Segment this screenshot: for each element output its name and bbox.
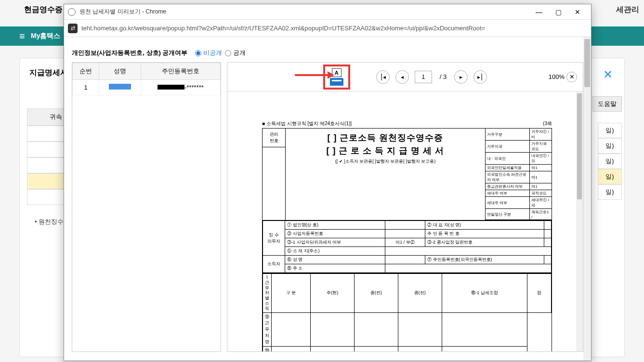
doc-scrollbar[interactable] <box>576 91 583 351</box>
my-hometax-menu[interactable]: My홈택스 <box>19 31 60 42</box>
document-viewport[interactable]: ■ 소득세법 시행규칙 [별지 제24호서식(1)] (3쪽 관리 번호 [ ]… <box>227 91 583 351</box>
detail-cell <box>272 346 311 351</box>
minimize-button[interactable]: ― <box>529 5 549 19</box>
doc-title-1: [ ] 근로소득 원천징수영수증 <box>288 131 483 144</box>
detail-cell <box>398 346 442 351</box>
cell: ③-1 사업자단위과세자 여부 <box>285 238 385 247</box>
bg-right-cell: 일) <box>598 169 622 184</box>
doc-title-2: [ ] 근 로 소 득 지 급 명 세 서 <box>288 144 483 157</box>
preview-toolbar: A ⎮◂ ◂ / 3 ▸ ▸⎮ 100% ✕ <box>227 63 583 91</box>
help-button[interactable]: 도움말 <box>592 96 622 112</box>
meta-val: 거주자① / 비 <box>530 129 552 141</box>
doc-meta-box: 거주구분거주자① / 비거주지국거주지국코드내 · 외국인내국인① / 외외국인… <box>485 129 552 220</box>
bg-right-cell: 일) <box>598 138 622 154</box>
page-total: / 3 <box>438 73 448 80</box>
radio-private[interactable]: 비공개 <box>195 49 222 57</box>
radio-public[interactable]: 공개 <box>225 49 246 57</box>
cell <box>385 247 551 256</box>
first-page-button[interactable]: ⎮◂ <box>376 70 390 84</box>
col-seq: 순번 <box>73 63 99 80</box>
bg-right-cell: 일) <box>598 154 622 169</box>
annotation-arrow <box>295 74 329 76</box>
cell <box>544 230 552 238</box>
meta-val: 국적코드 <box>530 190 552 197</box>
cell <box>544 256 552 264</box>
cell: ⑦ 주민등록번호(외국인등록번호) <box>425 256 544 264</box>
cell-seq: 1 <box>73 80 99 95</box>
meta-val: 내국인① / 외 <box>530 153 552 165</box>
meta-key: 세대주 여부 <box>486 197 530 209</box>
meta-val: 거주지국코드 <box>530 141 552 153</box>
window-title: 원천 납세자별 미리보기 - Chrome <box>79 8 529 16</box>
cell: ① 법인명(상 호) <box>285 221 385 230</box>
col-head: 구 분 <box>272 274 311 313</box>
close-icon[interactable]: ✕ <box>603 68 613 81</box>
detail-cell <box>311 346 355 351</box>
meta-key: 종교관련종사자 여부 <box>486 183 530 190</box>
disclosure-row: 개인정보(사업자등록번호, 상호) 공개여부 비공개 공개 <box>64 37 591 62</box>
meta-key: 외국법인소속 파견근로자 여부 <box>486 171 530 183</box>
document-page: ■ 소득세법 시행규칙 [별지 제24호서식(1)] (3쪽 관리 번호 [ ]… <box>262 120 552 351</box>
page-number-input[interactable] <box>415 71 432 83</box>
meta-val: 여1 <box>530 171 552 183</box>
document-preview-panel: A ⎮◂ ◂ / 3 ▸ ▸⎮ 100% ✕ <box>227 62 583 352</box>
col-head: 종(전) <box>355 274 398 313</box>
window-title-bar: 원천 납세자별 미리보기 - Chrome ― ▢ ✕ <box>64 4 591 20</box>
url-bar: ⇄ teht.hometax.go.kr/websquare/popup.htm… <box>64 20 591 37</box>
next-page-button[interactable]: ▸ <box>454 70 468 84</box>
meta-val: 여1 <box>530 165 552 171</box>
detail-cell: ⑨ 근 무 처 명 <box>263 312 272 346</box>
meta-key: 거주지국 <box>486 141 530 153</box>
window-close-button[interactable]: ✕ <box>568 5 587 19</box>
cell: ② 대 표 자(성 명) <box>425 221 544 230</box>
withholder-label: 징 수 의무자 <box>263 221 285 256</box>
cell <box>544 221 552 230</box>
maximize-button[interactable]: ▢ <box>549 5 568 19</box>
col-rrn: 주민등록번호 <box>141 63 220 80</box>
col-head: 종(전) <box>398 274 442 313</box>
col-head: 주(현) <box>311 274 355 313</box>
url-text[interactable]: teht.hometax.go.kr/websquare/popup.html?… <box>81 25 587 32</box>
meta-val: 여1 <box>530 183 552 190</box>
hamburger-icon <box>19 31 27 42</box>
bg-right-cell: 일) <box>598 123 622 138</box>
form-ref: ■ 소득세법 시행규칙 [별지 제24호서식(1)] <box>262 120 352 127</box>
taxpayer-row[interactable]: 1 -******* <box>73 80 221 95</box>
cell <box>385 230 425 238</box>
meta-key: 내 · 외국인 <box>486 153 530 165</box>
cell-name <box>99 80 141 95</box>
bg-bullet-note: • 원천징수 <box>35 218 64 226</box>
cell <box>385 264 551 273</box>
doc-subtitle: ([ ✔ ]소득자 보관용[ ]발행자 보관용[ ]발행자 보고용) <box>288 158 483 165</box>
col-head: ⑯-1 납세조합 <box>442 274 527 313</box>
cell <box>385 256 425 264</box>
popup-scrollbar[interactable] <box>583 37 591 361</box>
cell <box>544 238 552 247</box>
popup-body: 개인정보(사업자등록번호, 상호) 공개여부 비공개 공개 순번 성명 주민등록… <box>64 37 591 361</box>
col-head: 합 <box>527 274 552 313</box>
chrome-popup-window: 원천 납세자별 미리보기 - Chrome ― ▢ ✕ ⇄ teht.homet… <box>64 4 591 361</box>
meta-val: 세대주① / 세 <box>530 197 552 209</box>
meta-key: 세대주 여부 <box>486 190 530 197</box>
last-page-button[interactable]: ▸⎮ <box>473 70 487 84</box>
bg-header-left: 현금영수증 <box>24 5 63 15</box>
disclosure-label: 개인정보(사업자등록번호, 상호) 공개여부 <box>72 49 188 57</box>
earner-label: 소득자 <box>263 256 285 273</box>
detail-cell: ⑩ 사업자등록번호 <box>263 346 272 351</box>
cell: ③-2 종사업장 일련번호 <box>425 238 544 247</box>
meta-key: 연말정산 구분 <box>486 209 530 220</box>
site-settings-icon[interactable]: ⇄ <box>68 24 78 33</box>
prev-page-button[interactable]: ◂ <box>395 70 409 84</box>
zoom-level: 100% <box>549 73 565 80</box>
bg-right-cell: 일) <box>598 184 622 200</box>
cell: ⑧ 주 소 <box>285 264 385 273</box>
detail-cell <box>398 312 442 346</box>
mgmt-no-value <box>263 147 285 220</box>
meta-key: 외국인단일세율적용 <box>486 165 530 171</box>
cell: ⑥ 성 명 <box>285 256 385 264</box>
zoom-close-button[interactable]: ✕ <box>566 72 577 82</box>
meta-val: 계속근로1 / <box>530 209 552 220</box>
printer-icon <box>330 78 343 86</box>
bg-right-col: 일) 일) 일) 일) 일) <box>598 123 622 200</box>
detail-cell <box>442 346 527 351</box>
